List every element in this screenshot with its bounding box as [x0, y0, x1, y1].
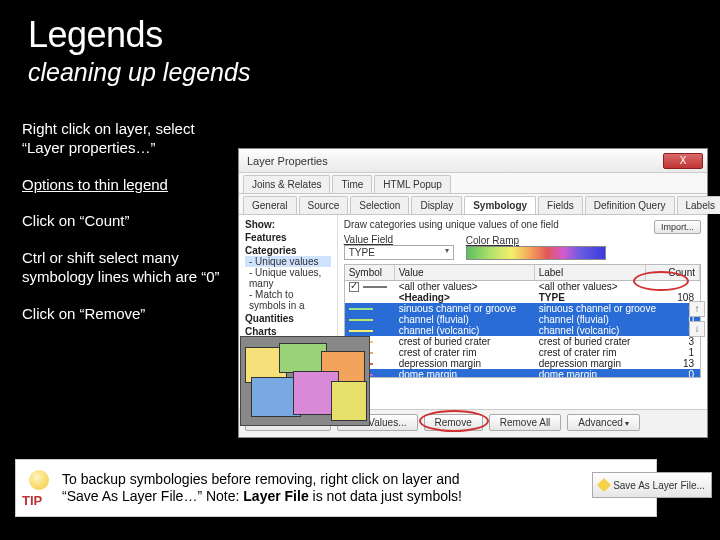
label-cell: channel (fluvial)	[535, 314, 660, 325]
tab-time[interactable]: Time	[332, 175, 372, 193]
symbol-cell	[345, 330, 395, 332]
tab-labels[interactable]: Labels	[677, 196, 721, 214]
tab-symbology[interactable]: Symbology	[464, 196, 536, 214]
table-row[interactable]: channel (fluvial)channel (fluvial)0	[345, 314, 700, 325]
symbol-cell	[345, 308, 395, 310]
count-cell: 3	[660, 336, 700, 347]
remove-highlight-circle	[419, 410, 489, 432]
tip-label: TIP	[22, 493, 42, 508]
table-row[interactable]: dome margindome margin0	[345, 369, 700, 378]
count-cell: 1	[660, 347, 700, 358]
value-cell: <Heading>	[395, 292, 535, 303]
value-cell: channel (fluvial)	[395, 314, 535, 325]
color-ramp-dropdown[interactable]	[466, 246, 606, 260]
tip-text: To backup symbologies before removing, r…	[62, 471, 462, 506]
show-group-features[interactable]: Features	[245, 232, 331, 243]
show-header: Show:	[245, 219, 331, 230]
line-symbol-icon	[363, 286, 387, 288]
tab-selection[interactable]: Selection	[350, 196, 409, 214]
table-row[interactable]: depression margindepression margin13	[345, 358, 700, 369]
instruction-line: Click on “Count”	[22, 212, 242, 231]
show-option-unique-values-many[interactable]: - Unique values, many	[245, 267, 331, 289]
grid-body[interactable]: <all other values><all other values><Hea…	[344, 280, 701, 378]
tab-display[interactable]: Display	[411, 196, 462, 214]
col-label[interactable]: Label	[535, 265, 646, 280]
text: “Save As Layer File…” Note:	[62, 488, 243, 504]
line-symbol-icon	[349, 330, 373, 332]
save-button-label: Save As Layer File...	[613, 480, 705, 491]
count-cell: 13	[660, 358, 700, 369]
table-row[interactable]: <Heading>TYPE108	[345, 292, 700, 303]
label-cell: channel (volcanic)	[535, 325, 660, 336]
slide-title: Legends	[0, 0, 720, 56]
show-group-quantities[interactable]: Quantities	[245, 313, 331, 324]
label-cell: dome margin	[535, 369, 660, 378]
value-cell: crest of crater rim	[395, 347, 535, 358]
checkbox-icon[interactable]	[349, 282, 359, 292]
label-cell: crest of crater rim	[535, 347, 660, 358]
instruction-line: Right click on layer, select “Layer prop…	[22, 120, 242, 158]
import-button[interactable]: Import...	[654, 220, 701, 234]
text-bold: Layer File	[243, 488, 308, 504]
instruction-line: Ctrl or shift select many symbology line…	[22, 249, 242, 287]
map-preview-thumbnail	[240, 336, 370, 426]
instruction-heading: Options to thin legend	[22, 176, 242, 195]
advanced-button[interactable]: Advanced	[567, 414, 640, 431]
value-cell: depression margin	[395, 358, 535, 369]
value-cell: dome margin	[395, 369, 535, 378]
text: “Layer properties…”	[22, 139, 155, 156]
value-field-row: Value Field TYPE Color Ramp	[344, 234, 701, 260]
table-row[interactable]: sinuous channel or groovesinuous channel…	[345, 303, 700, 314]
text: is not data just symbols!	[309, 488, 462, 504]
value-field-label: Value Field	[344, 234, 454, 245]
move-down-button[interactable]: ↓	[689, 321, 705, 337]
tab-definition-query[interactable]: Definition Query	[585, 196, 675, 214]
remove-button[interactable]: Remove	[424, 414, 483, 431]
symbology-panel: Draw categories using unique values of o…	[338, 215, 707, 409]
value-cell: crest of buried crater	[395, 336, 535, 347]
advanced-label: Advanced	[578, 417, 629, 428]
col-value[interactable]: Value	[395, 265, 535, 280]
tab-fields[interactable]: Fields	[538, 196, 583, 214]
tab-html-popup[interactable]: HTML Popup	[374, 175, 451, 193]
reorder-arrows: ↑ ↓	[689, 301, 705, 337]
move-up-button[interactable]: ↑	[689, 301, 705, 317]
slide: Legends cleaning up legends Right click …	[0, 0, 720, 540]
value-cell: channel (volcanic)	[395, 325, 535, 336]
value-cell: <all other values>	[395, 281, 535, 292]
remove-all-button[interactable]: Remove All	[489, 414, 562, 431]
color-ramp-label: Color Ramp	[466, 235, 606, 246]
show-option-match-symbols[interactable]: - Match to symbols in a	[245, 289, 331, 311]
label-cell: sinuous channel or groove	[535, 303, 660, 314]
symbol-cell	[345, 319, 395, 321]
dialog-titlebar[interactable]: Layer Properties X	[239, 149, 707, 173]
value-cell: sinuous channel or groove	[395, 303, 535, 314]
instruction-line: Click on “Remove”	[22, 305, 242, 324]
instruction-column: Right click on layer, select “Layer prop…	[22, 120, 242, 341]
layer-file-icon	[597, 478, 611, 492]
tip-bar: TIP To backup symbologies before removin…	[16, 460, 656, 516]
dialog-title: Layer Properties	[243, 155, 663, 167]
slide-subtitle: cleaning up legends	[0, 56, 720, 87]
show-group-categories[interactable]: Categories	[245, 245, 331, 256]
lightbulb-icon	[29, 470, 49, 490]
table-row[interactable]: crest of crater rimcrest of crater rim1	[345, 347, 700, 358]
save-as-layer-file-button[interactable]: Save As Layer File...	[592, 472, 712, 498]
value-field-dropdown[interactable]: TYPE	[344, 245, 454, 260]
tab-source[interactable]: Source	[299, 196, 349, 214]
panel-description: Draw categories using unique values of o…	[344, 219, 559, 230]
text: Right click on layer, select	[22, 120, 195, 137]
col-symbol[interactable]: Symbol	[345, 265, 395, 280]
close-button[interactable]: X	[663, 153, 703, 169]
label-cell: depression margin	[535, 358, 660, 369]
count-highlight-circle	[633, 271, 689, 291]
tab-general[interactable]: General	[243, 196, 297, 214]
tab-row-lower: General Source Selection Display Symbolo…	[239, 194, 707, 215]
line-symbol-icon	[349, 308, 373, 310]
count-cell: 0	[660, 369, 700, 378]
tab-joins-relates[interactable]: Joins & Relates	[243, 175, 330, 193]
show-option-unique-values[interactable]: - Unique values	[245, 256, 331, 267]
table-row[interactable]: crest of buried cratercrest of buried cr…	[345, 336, 700, 347]
table-row[interactable]: channel (volcanic)channel (volcanic)0	[345, 325, 700, 336]
tab-row-upper: Joins & Relates Time HTML Popup	[239, 173, 707, 194]
